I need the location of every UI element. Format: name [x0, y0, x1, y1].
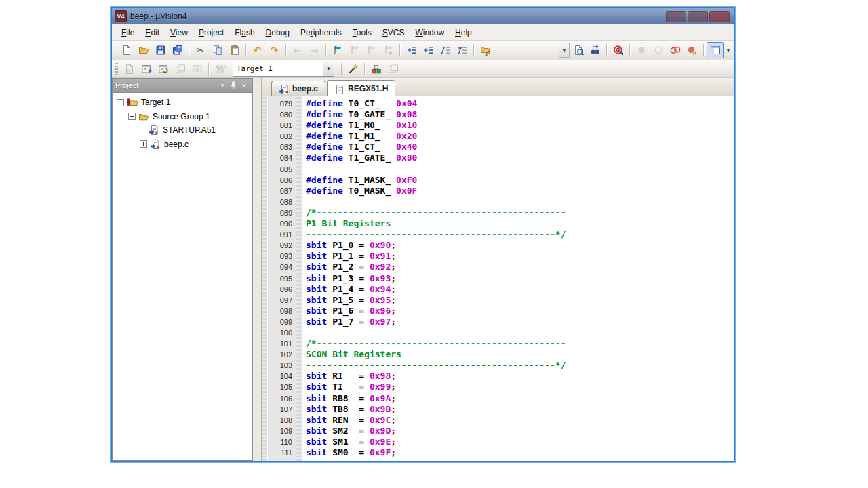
toolbar-separator — [245, 44, 246, 56]
toolbar-grip[interactable] — [115, 63, 118, 75]
code-editor[interactable]: #define T0_CT_ 0x04#define T0_GATE_ 0x08… — [302, 96, 734, 461]
expand-icon[interactable] — [140, 140, 147, 148]
breakpoints-kill-all-icon[interactable] — [684, 42, 701, 58]
menu-svcs[interactable]: SVCS — [377, 26, 410, 39]
panel-splitter[interactable] — [253, 78, 261, 461]
line-number: 111 — [268, 447, 292, 458]
line-number: 110 — [268, 436, 292, 447]
main-area: Project ▼✕ Target 1Source Group 1STARTUP… — [112, 78, 734, 461]
uvision-window: V4 beep - µVision4 FileEditViewProjectFl… — [111, 7, 735, 462]
file-source-icon — [279, 84, 289, 94]
line-number: 109 — [268, 426, 292, 436]
uncomment-selection-icon[interactable] — [454, 42, 471, 58]
window-controls — [666, 11, 730, 22]
save-icon[interactable] — [152, 42, 169, 58]
lookup-word-icon[interactable]: d — [610, 42, 627, 58]
unindent-icon[interactable] — [420, 42, 437, 58]
target-select[interactable]: Target 1 ▼ — [233, 62, 334, 77]
collapse-icon[interactable] — [117, 99, 124, 106]
copy-icon[interactable] — [209, 42, 226, 58]
bookmark-next-icon[interactable] — [346, 42, 363, 58]
code-line: sbit P1_6 = 0x96; — [306, 306, 734, 317]
download-icon[interactable]: LOAD — [212, 61, 229, 77]
code-line: ----------------------------------------… — [306, 229, 734, 240]
breakpoint-toggle-icon[interactable] — [633, 42, 650, 58]
menu-tools[interactable]: Tools — [347, 26, 377, 39]
open-file-icon[interactable] — [135, 42, 152, 58]
find-in-files-icon[interactable] — [570, 42, 587, 58]
menu-debug[interactable]: Debug — [260, 26, 295, 39]
breakpoint-enable-disable-icon[interactable] — [650, 42, 667, 58]
tree-item-target-1[interactable]: Target 1 — [113, 96, 252, 110]
tab-label: beep.c — [292, 84, 318, 94]
rebuild-all-icon[interactable] — [155, 61, 172, 77]
find-text-combo[interactable]: ▼ — [559, 43, 570, 58]
collapse-icon[interactable] — [128, 113, 136, 120]
tab-beep-c[interactable]: beep.c — [271, 81, 326, 96]
menu-help[interactable]: Help — [450, 26, 477, 39]
breakpoint-margin[interactable] — [262, 96, 268, 461]
menu-flash[interactable]: Flash — [229, 26, 260, 39]
toolbar-separator — [364, 63, 365, 75]
close-button[interactable] — [709, 11, 730, 22]
project-panel-header[interactable]: Project ▼✕ — [112, 78, 253, 93]
indent-icon[interactable] — [403, 42, 420, 58]
chevron-down-icon[interactable]: ▼ — [323, 62, 334, 76]
line-number: 108 — [268, 415, 292, 426]
save-all-icon[interactable] — [169, 42, 186, 58]
edit-options-icon[interactable] — [477, 42, 494, 58]
maximize-button[interactable] — [688, 11, 708, 22]
menu-project[interactable]: Project — [193, 26, 229, 39]
breakpoints-disable-all-icon[interactable] — [667, 42, 684, 58]
title-bar[interactable]: V4 beep - µVision4 — [112, 8, 734, 24]
navigate-forward-icon[interactable]: → — [306, 42, 323, 58]
navigate-back-icon[interactable]: ← — [289, 42, 306, 58]
cut-icon[interactable]: ✂ — [192, 42, 209, 58]
incremental-find-icon[interactable] — [587, 42, 604, 58]
paste-icon[interactable] — [226, 42, 243, 58]
target-select-value: Target 1 — [233, 64, 323, 73]
panel-pin-icon[interactable] — [228, 81, 239, 91]
line-number: 088 — [268, 197, 292, 207]
menu-peripherals[interactable]: Peripherals — [295, 26, 347, 39]
batch-build-icon[interactable] — [172, 61, 189, 77]
tree-item-startup-a51[interactable]: STARTUP.A51 — [113, 123, 252, 138]
line-number: 087 — [268, 186, 292, 197]
line-number: 084 — [268, 152, 292, 163]
stop-build-icon[interactable] — [189, 61, 205, 77]
toolbar-separator — [326, 44, 326, 56]
line-number: 107 — [268, 404, 292, 415]
file-extensions-icon[interactable] — [384, 61, 401, 77]
line-number: 094 — [268, 262, 292, 272]
file-source-icon — [149, 125, 160, 136]
menu-edit[interactable]: Edit — [140, 26, 165, 39]
code-line: sbit SM2 = 0x9D; — [306, 426, 734, 436]
manage-components-icon[interactable] — [368, 61, 384, 77]
build-target-icon[interactable] — [138, 61, 155, 77]
translate-file-icon[interactable] — [121, 61, 138, 77]
chevron-down-icon[interactable]: ▼ — [724, 42, 733, 58]
new-file-icon[interactable] — [118, 42, 135, 58]
undo-icon[interactable]: ↶ — [249, 42, 266, 58]
menu-view[interactable]: View — [165, 26, 193, 39]
comment-selection-icon[interactable] — [437, 42, 454, 58]
tree-item-beep-c[interactable]: beep.c — [113, 138, 252, 152]
window-layout-icon[interactable] — [707, 42, 724, 58]
group-folder-icon — [138, 111, 150, 122]
tab-regx51-h[interactable]: REGX51.H — [327, 80, 395, 96]
redo-icon[interactable]: ↷ — [266, 42, 283, 58]
line-number: 099 — [268, 317, 292, 327]
minimize-button[interactable] — [666, 11, 686, 22]
menu-window[interactable]: Window — [410, 26, 450, 39]
code-line: ----------------------------------------… — [306, 360, 734, 371]
menu-bar: FileEditViewProjectFlashDebugPeripherals… — [112, 24, 734, 41]
bookmark-previous-icon[interactable] — [363, 42, 380, 58]
options-for-target-icon[interactable] — [344, 61, 361, 77]
panel-dropdown-icon[interactable]: ▼ — [217, 81, 228, 91]
bookmark-clear-all-icon[interactable] — [380, 42, 397, 58]
bookmark-toggle-icon[interactable] — [329, 42, 346, 58]
tree-item-source-group-1[interactable]: Source Group 1 — [113, 110, 252, 124]
menu-file[interactable]: File — [116, 26, 140, 39]
line-number: 093 — [268, 251, 292, 262]
panel-close-icon[interactable]: ✕ — [239, 81, 250, 91]
